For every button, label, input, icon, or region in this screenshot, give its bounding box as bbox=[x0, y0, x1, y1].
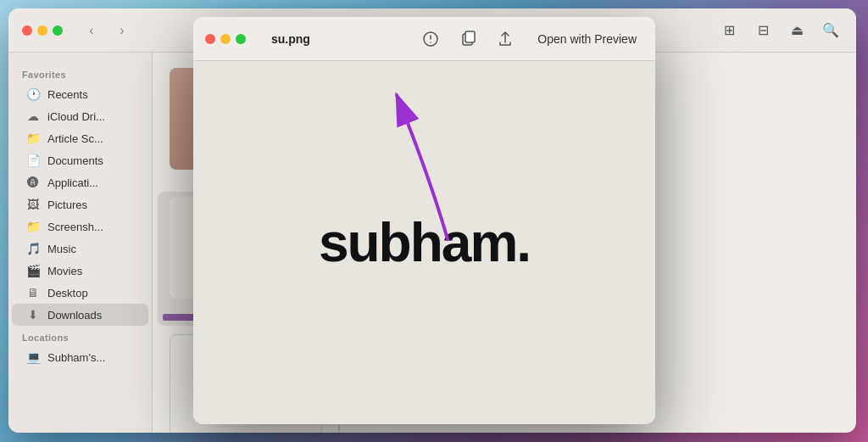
sidebar-item-music[interactable]: 🎵 Music bbox=[12, 238, 148, 260]
search-button[interactable]: 🔍 bbox=[819, 19, 843, 42]
svg-rect-2 bbox=[465, 31, 475, 42]
duplicate-button[interactable] bbox=[456, 27, 480, 51]
preview-titlebar: su.png Open with P bbox=[193, 17, 655, 61]
sidebar-item-label: Downloads bbox=[47, 309, 102, 322]
pictures-icon: 🖼 bbox=[25, 198, 41, 211]
icloud-icon: ☁ bbox=[25, 109, 41, 123]
sidebar-item-downloads[interactable]: ⬇ Downloads bbox=[12, 304, 148, 326]
subhams-icon: 💻 bbox=[25, 350, 41, 364]
movies-icon: 🎬 bbox=[25, 264, 41, 277]
back-button[interactable]: ‹ bbox=[80, 19, 103, 42]
article-icon: 📁 bbox=[25, 131, 41, 145]
preview-max-button[interactable] bbox=[236, 34, 246, 44]
maximize-button[interactable] bbox=[53, 25, 63, 36]
desktop-icon: 🖥 bbox=[25, 286, 41, 299]
sidebar-item-label: Subham's... bbox=[47, 351, 105, 364]
sidebar-item-subhams[interactable]: 💻 Subham's... bbox=[12, 346, 148, 368]
sidebar-item-label: Screensh... bbox=[47, 221, 103, 233]
preview-title: su.png bbox=[271, 32, 410, 46]
sidebar-item-screenshots[interactable]: 📁 Screensh... bbox=[12, 215, 148, 238]
preview-min-button[interactable] bbox=[220, 34, 231, 44]
annotate-icon bbox=[422, 31, 439, 48]
minimize-button[interactable] bbox=[37, 25, 47, 36]
eject-button[interactable]: ⏏ bbox=[785, 19, 809, 42]
preview-content: subham. bbox=[193, 61, 655, 424]
sidebar-item-label: Article Sc... bbox=[47, 132, 103, 145]
share-button[interactable] bbox=[493, 27, 517, 51]
sidebar-favorites-header: Favorites bbox=[8, 63, 152, 83]
annotate-button[interactable] bbox=[419, 27, 442, 51]
sidebar-item-label: Recents bbox=[47, 88, 88, 101]
sidebar-item-icloud[interactable]: ☁ iCloud Dri... bbox=[12, 105, 148, 127]
finder-toolbar-right: ⊞ ⊟ ⏏ 🔍 bbox=[717, 19, 843, 42]
forward-button[interactable]: › bbox=[110, 19, 134, 42]
sidebar-item-label: Music bbox=[47, 243, 76, 255]
sidebar-item-label: iCloud Dri... bbox=[47, 110, 105, 123]
sidebar-item-label: Movies bbox=[47, 265, 82, 277]
duplicate-icon bbox=[459, 31, 476, 48]
traffic-lights bbox=[22, 25, 63, 36]
downloads-icon: ⬇ bbox=[25, 308, 41, 322]
close-button[interactable] bbox=[22, 25, 32, 36]
share-icon bbox=[497, 31, 514, 48]
sidebar-item-pictures[interactable]: 🖼 Pictures bbox=[12, 193, 148, 215]
column-view-button[interactable]: ⊞ bbox=[717, 19, 741, 42]
music-icon: 🎵 bbox=[25, 242, 41, 255]
sidebar-item-movies[interactable]: 🎬 Movies bbox=[12, 260, 148, 282]
sidebar-item-label: Documents bbox=[47, 154, 103, 167]
preview-image: subham. bbox=[319, 211, 530, 274]
sidebar-item-applications[interactable]: 🅐 Applicati... bbox=[12, 171, 148, 193]
sidebar-item-documents[interactable]: 📄 Documents bbox=[12, 149, 148, 171]
preview-controls: Open with Preview bbox=[419, 27, 643, 51]
sidebar-item-label: Pictures bbox=[47, 199, 87, 211]
documents-icon: 📄 bbox=[25, 154, 41, 167]
gallery-view-button[interactable]: ⊟ bbox=[751, 19, 775, 42]
sidebar-item-recents[interactable]: 🕐 Recents bbox=[12, 83, 148, 105]
sidebar-item-article[interactable]: 📁 Article Sc... bbox=[12, 127, 148, 149]
applications-icon: 🅐 bbox=[25, 176, 41, 189]
sidebar-locations-header: Locations bbox=[8, 326, 152, 346]
preview-close-button[interactable] bbox=[205, 34, 215, 44]
screenshots-icon: 📁 bbox=[25, 220, 41, 233]
preview-popup: su.png Open with P bbox=[193, 17, 655, 424]
sidebar-item-label: Applicati... bbox=[47, 176, 98, 189]
sidebar-item-desktop[interactable]: 🖥 Desktop bbox=[12, 282, 148, 304]
open-with-preview-button[interactable]: Open with Preview bbox=[531, 29, 643, 49]
sidebar-item-label: Desktop bbox=[47, 287, 88, 299]
recents-icon: 🕐 bbox=[25, 87, 41, 101]
sidebar: Favorites 🕐 Recents ☁ iCloud Dri... 📁 Ar… bbox=[8, 53, 153, 433]
preview-traffic-lights bbox=[205, 34, 246, 44]
